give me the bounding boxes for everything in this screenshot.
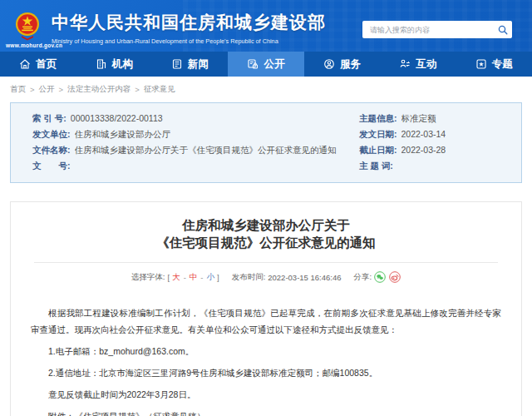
dash: - [200, 273, 203, 282]
article-title: 住房和城乡建设部办公厅关于 《住宅项目规范》公开征求意见的通知 [21, 216, 511, 251]
info-row-document-number: 文 号: [32, 158, 352, 174]
paragraph-attachment: 附件：《住宅项目规范》（征求意见稿） [31, 408, 501, 416]
article-meta-bar: 选择字体: [ 大 - 中 - 小 ] 发布时间: 2022-03-15 16:… [21, 271, 511, 283]
weibo-share-icon[interactable] [389, 271, 401, 283]
site-title-cn: 中华人民共和国住房和城乡建设部 [52, 11, 326, 34]
info-row-issue-date: 发文日期: 2022-03-14 [359, 126, 513, 142]
breadcrumb-separator: > [59, 85, 64, 94]
bracket-close: ] [217, 273, 219, 282]
nav-item-news[interactable]: 新闻 [152, 52, 228, 77]
title-divider [34, 262, 498, 263]
publish-time-label: 发布时间: [232, 272, 266, 283]
info-label: 主 题 词: [359, 158, 393, 174]
paragraph-deadline: 意见反馈截止时间为2022年3月28日。 [31, 386, 501, 403]
bracket-open: [ [168, 273, 170, 282]
nav-label: 机构 [112, 57, 133, 72]
news-icon [171, 58, 183, 70]
search-icon [498, 25, 508, 35]
document-info-card: 索 引 号: 000013338/2022-00113 发文单位: 住房和城乡建… [10, 102, 522, 183]
breadcrumb-statutory-disclosure[interactable]: 法定主动公开内容 [67, 84, 131, 95]
info-row-issuing-unit: 发文单位: 住房和城乡建设部办公厅 [32, 126, 352, 142]
breadcrumb-separator: > [30, 85, 35, 94]
search-box [362, 21, 512, 38]
nav-item-special[interactable]: 专题 [456, 52, 532, 77]
share-icons [374, 271, 401, 283]
info-left-column: 索 引 号: 000013338/2022-00113 发文单位: 住房和城乡建… [32, 111, 352, 174]
font-size-large[interactable]: 大 [172, 272, 180, 283]
breadcrumb-separator: > [135, 85, 140, 94]
info-label: 发文日期: [359, 126, 397, 142]
info-label: 文 号: [32, 158, 71, 174]
font-size-small[interactable]: 小 [206, 272, 214, 283]
info-label: 发文单位: [32, 126, 71, 142]
nav-label: 服务 [340, 57, 361, 72]
article-body: 根据我部工程建设标准编制工作计划，《住宅项目规范》已起草完成，在前期多次征求意见… [21, 305, 511, 416]
nav-item-org[interactable]: 机构 [76, 52, 151, 77]
search-button[interactable] [494, 21, 512, 38]
nav-label: 公开 [264, 57, 284, 72]
info-row-document-name: 文件名称: 住房和城乡建设部办公厅关于《住宅项目规范》公开征求意见的通知 [32, 142, 352, 158]
info-row-topic: 主题信息: 标准定额 [359, 111, 513, 126]
info-label: 文件名称: [32, 142, 71, 158]
info-label: 截止日期: [359, 142, 397, 158]
site-title-block: 中华人民共和国住房和城乡建设部 Ministry of Housing and … [52, 11, 326, 45]
nav-item-open[interactable]: 公开 [228, 52, 303, 77]
people-arrows-icon [399, 58, 411, 70]
info-value: 2022-03-14 [401, 126, 446, 142]
site-header: www.mohurd.gov.cn 中华人民共和国住房和城乡建设部 Minist… [0, 0, 532, 52]
nav-item-home[interactable]: 首页 [0, 52, 76, 77]
paragraph-intro: 根据我部工程建设标准编制工作计划，《住宅项目规范》已起草完成，在前期多次征求意见… [31, 305, 501, 338]
info-value: 住房和城乡建设部办公厅关于《住宅项目规范》公开征求意见的通知 [75, 142, 337, 158]
building-icon [96, 58, 107, 70]
info-value: 住房和城乡建设部办公厅 [75, 126, 171, 142]
info-value: 2022-03-28 [401, 142, 446, 158]
font-size-medium[interactable]: 中 [190, 272, 198, 283]
search-input[interactable] [362, 26, 494, 34]
publish-time-value: 2022-03-15 16:46:46 [268, 273, 341, 282]
breadcrumb-open[interactable]: 公开 [39, 84, 55, 95]
wechat-share-icon[interactable] [374, 271, 386, 283]
dash: - [184, 273, 186, 282]
home-icon [19, 58, 31, 70]
breadcrumb: 首页 > 公开 > 法定主动公开内容 > 征求意见 [0, 77, 532, 95]
nav-item-service[interactable]: 服务 [304, 52, 380, 77]
article-title-line1: 住房和城乡建设部办公厅关于 [21, 216, 511, 234]
info-row-keywords: 主 题 词: [359, 158, 513, 174]
article-title-line2: 《住宅项目规范》公开征求意见的通知 [21, 234, 511, 251]
national-emblem-icon [15, 11, 40, 41]
breadcrumb-home[interactable]: 首页 [10, 84, 26, 95]
info-value: 000013338/2022-00113 [71, 111, 163, 126]
nav-label: 专题 [492, 57, 513, 72]
share-label: 分享: [353, 272, 372, 283]
doc-lock-icon [247, 58, 259, 70]
info-row-deadline: 截止日期: 2022-03-28 [359, 142, 513, 158]
paragraph-email: 1.电子邮箱：bz_mohurd@163.com。 [31, 343, 501, 359]
article-card: 住房和城乡建设部办公厅关于 《住宅项目规范》公开征求意见的通知 选择字体: [ … [10, 201, 522, 416]
nav-label: 新闻 [188, 57, 209, 72]
breadcrumb-comment-solicitation[interactable]: 征求意见 [144, 84, 175, 95]
main-nav: 首页 机构 新闻 公开 服务 互 [0, 52, 532, 77]
nav-label: 首页 [36, 57, 57, 72]
publish-time-group: 发布时间: 2022-03-15 16:46:46 [232, 272, 342, 283]
nav-label: 互动 [416, 57, 436, 72]
info-row-index-number: 索 引 号: 000013338/2022-00113 [32, 111, 352, 126]
paragraph-address: 2.通信地址：北京市海淀区三里河路9号住房和城乡建设部标准定额司；邮编10083… [31, 364, 501, 381]
site-title-en: Ministry of Housing and Urban-Rural Deve… [52, 37, 326, 45]
person-circle-icon [323, 58, 335, 70]
share-group: 分享: [353, 271, 401, 283]
font-size-label: 选择字体: [131, 272, 165, 283]
info-label: 主题信息: [359, 111, 397, 126]
info-label: 索 引 号: [32, 111, 66, 126]
star-box-icon [475, 58, 487, 70]
info-right-column: 主题信息: 标准定额 发文日期: 2022-03-14 截止日期: 2022-0… [359, 111, 513, 174]
info-value: 标准定额 [401, 111, 436, 126]
font-size-selector: 选择字体: [ 大 - 中 - 小 ] [131, 272, 219, 283]
nav-item-interact[interactable]: 互动 [380, 52, 456, 77]
